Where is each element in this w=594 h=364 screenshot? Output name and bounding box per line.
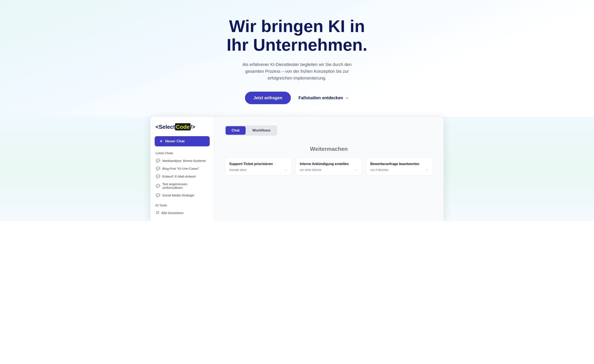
card-meta: Gerade eben →	[229, 168, 287, 172]
arrow-icon: →	[345, 96, 349, 100]
cta-primary-button[interactable]: Jetzt anfragen	[245, 92, 291, 104]
case-studies-link[interactable]: Fallstudien entdecken →	[298, 96, 349, 100]
chat-list: 💬 Marktanalyse: Brems-Systeme 💬 Blog-Pos…	[155, 157, 210, 199]
card-support-ticket[interactable]: Support-Ticket priorisieren Gerade eben …	[225, 157, 292, 176]
chat-bubble-icon: 💬	[156, 159, 160, 163]
chat-bubble-icon: 💬	[156, 193, 160, 197]
chat-item[interactable]: 💬 Blog-Post "KI-Use-Cases"	[155, 165, 210, 172]
card-meta: vor einer Woche →	[300, 168, 358, 172]
card-applicant[interactable]: Bewerberanfrage beantworten vor 4 Wochen…	[366, 157, 433, 176]
card-title: Support-Ticket priorisieren	[229, 162, 287, 166]
card-title: Bewerberanfrage beantworten	[370, 162, 428, 166]
tab-workflows[interactable]: Workflows	[246, 126, 277, 135]
hero-buttons: Jetzt anfragen Fallstudien entdecken →	[245, 92, 349, 104]
chat-item[interactable]: 💬 Marktanalyse: Brems-Systeme	[155, 157, 210, 164]
hero-subtitle: Als erfahrener KI-Dienstleister begleite…	[233, 61, 361, 81]
logo-code: Code	[175, 123, 190, 130]
logo: <SelectCode/>	[155, 124, 210, 130]
app-window: <SelectCode/> ✦ Neuer Chat Letzte Chats …	[150, 117, 444, 221]
tools-section: KI Tools 🖼 Bild Generieren	[155, 204, 210, 217]
hero-title: Wir bringen KI in Ihr Unternehmen.	[223, 17, 371, 54]
image-icon: 🖼	[156, 211, 159, 215]
main-content: Chat Workflows Weitermachen Support-Tick…	[214, 117, 444, 221]
logo-text-before: <Select	[155, 124, 175, 130]
arrow-icon: →	[425, 168, 428, 172]
chat-item[interactable]: 💬 Text angemessen umformulieren	[155, 181, 210, 191]
chat-bubble-icon: 💬	[156, 167, 160, 170]
app-demo-section: <SelectCode/> ✦ Neuer Chat Letzte Chats …	[0, 117, 594, 221]
hero-section: Wir bringen KI in Ihr Unternehmen. Als e…	[0, 0, 594, 117]
new-chat-button[interactable]: ✦ Neuer Chat	[155, 136, 210, 146]
tab-chat[interactable]: Chat	[226, 126, 246, 135]
card-announcement[interactable]: Interne Ankündigung erstellen vor einer …	[295, 157, 362, 176]
tool-item[interactable]: 🖼 Bild Generieren	[155, 209, 210, 216]
recent-chats-label: Letzte Chats	[155, 151, 210, 155]
section-heading: Weitermachen	[225, 146, 433, 152]
chat-item[interactable]: 💬 Entwurf: E-Mail-Antwort	[155, 173, 210, 180]
chat-item[interactable]: 💬 Social Media Strategie	[155, 192, 210, 199]
cards-row: Support-Ticket priorisieren Gerade eben …	[225, 157, 433, 176]
tabs-container: Chat Workflows	[225, 125, 277, 136]
arrow-icon: →	[355, 168, 358, 172]
arrow-icon: →	[284, 168, 287, 172]
chat-bubble-icon: 💬	[156, 184, 160, 188]
sidebar: <SelectCode/> ✦ Neuer Chat Letzte Chats …	[150, 117, 214, 221]
logo-text-after: />	[190, 124, 195, 130]
plus-icon: ✦	[159, 139, 163, 143]
tools-label: KI Tools	[155, 204, 210, 207]
chat-bubble-icon: 💬	[156, 174, 160, 178]
card-meta: vor 4 Wochen →	[370, 168, 428, 172]
card-title: Interne Ankündigung erstellen	[300, 162, 358, 166]
